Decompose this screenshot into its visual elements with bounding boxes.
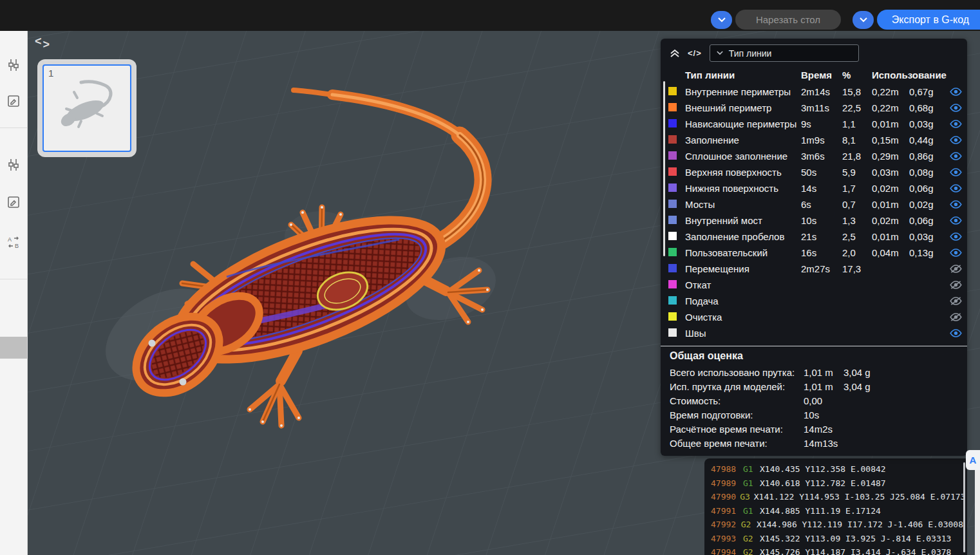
legend-separator bbox=[661, 346, 967, 346]
feature-weight: 0,03g bbox=[909, 231, 943, 242]
slice-plate-button[interactable]: Нарезать стол bbox=[735, 10, 841, 30]
estimate-row: Исп. прутка для моделей:1,01 m3,04 g bbox=[661, 379, 967, 393]
eye-icon[interactable] bbox=[950, 167, 962, 177]
legend-row: Внутренние периметры2m14s15,80,22m0,67g bbox=[661, 84, 967, 100]
gecko-eye bbox=[180, 379, 187, 386]
eye-icon[interactable] bbox=[950, 103, 962, 113]
eye-icon[interactable] bbox=[950, 87, 962, 97]
side-tab-handle[interactable]: A bbox=[966, 450, 980, 470]
feature-color-swatch bbox=[668, 199, 685, 210]
edit-notes-icon-bottom[interactable] bbox=[6, 195, 21, 209]
feature-length: 0,02m bbox=[872, 215, 909, 226]
eye-off-icon[interactable] bbox=[950, 264, 962, 274]
feature-color-swatch bbox=[668, 167, 685, 178]
eye-icon[interactable] bbox=[950, 151, 962, 161]
feature-time: 16s bbox=[801, 247, 842, 258]
chevron-down-icon bbox=[860, 17, 867, 23]
slice-options-dropdown[interactable] bbox=[711, 11, 732, 29]
gcode-scrollbar[interactable] bbox=[963, 462, 965, 552]
estimate-row: Стоимость:0,00 bbox=[661, 393, 967, 408]
legend-row: Внешний периметр3m11s22,50,22m0,68g bbox=[661, 100, 967, 116]
feature-color-swatch bbox=[668, 215, 685, 226]
estimate-value-2: 3,04 g bbox=[843, 367, 967, 378]
estimate-label: Исп. прутка для моделей: bbox=[670, 381, 804, 392]
eye-icon[interactable] bbox=[950, 216, 962, 225]
estimate-label: Общее время печати: bbox=[670, 438, 804, 449]
top-toolbar: Нарезать стол Экспорт в G-код bbox=[0, 0, 980, 31]
legend-header: </> Тип линии bbox=[661, 39, 967, 65]
feature-weight: 0,67g bbox=[909, 86, 943, 97]
eye-icon[interactable] bbox=[950, 232, 962, 241]
feature-length: 0,01m bbox=[872, 199, 909, 210]
plate-thumbnail[interactable]: 1 bbox=[37, 59, 137, 157]
sliders-icon-top[interactable] bbox=[6, 58, 21, 72]
gcode-command: G2 bbox=[743, 547, 756, 555]
gcode-line: 47988G1X140.435 Y112.358 E.00842 bbox=[711, 462, 963, 476]
legend-row: Заполнение пробелов21s2,50,01m0,03g bbox=[661, 229, 967, 245]
feature-length: 0,01m bbox=[872, 118, 909, 129]
feature-time: 21s bbox=[801, 231, 842, 242]
eye-icon[interactable] bbox=[950, 248, 962, 258]
view-type-dropdown[interactable]: Тип линии bbox=[710, 44, 859, 62]
estimate-row: Всего использовано прутка:1,01 m3,04 g bbox=[661, 365, 967, 379]
estimate-value: 1,01 m bbox=[804, 367, 843, 378]
gcode-line-number: 47994 bbox=[711, 547, 739, 555]
feature-color-swatch bbox=[668, 102, 685, 113]
gcode-line: 47994G2X145.726 Y114.187 I3.414 J-.634 E… bbox=[711, 545, 963, 555]
gcode-args: X144.885 Y111.19 E.17124 bbox=[760, 506, 881, 516]
eye-icon[interactable] bbox=[950, 119, 962, 129]
gcode-console[interactable]: 47988G1X140.435 Y112.358 E.0084247989G1X… bbox=[704, 458, 967, 555]
chevron-down-icon bbox=[717, 51, 723, 55]
feature-color-swatch bbox=[668, 118, 685, 129]
eye-off-icon[interactable] bbox=[950, 312, 962, 322]
gcode-line: 47993G2X145.322 Y113.09 I3.925 J-.814 E.… bbox=[711, 532, 963, 546]
feature-label: Нависающие периметры bbox=[685, 118, 801, 129]
feature-percent: 1,3 bbox=[842, 215, 872, 226]
feature-time: 9s bbox=[801, 118, 842, 129]
feature-percent: 22,5 bbox=[842, 102, 872, 113]
feature-percent: 0,7 bbox=[842, 199, 872, 210]
feature-time: 50s bbox=[801, 167, 842, 178]
estimate-value-2: 3,04 g bbox=[843, 381, 967, 392]
right-edge-scrollbar[interactable] bbox=[975, 470, 980, 555]
feature-percent: 21,8 bbox=[842, 151, 872, 162]
eye-icon[interactable] bbox=[950, 135, 962, 145]
edit-notes-icon-top[interactable] bbox=[6, 94, 21, 108]
feature-length: 0,29m bbox=[872, 151, 909, 162]
export-options-dropdown[interactable] bbox=[853, 11, 874, 29]
eye-icon[interactable] bbox=[950, 183, 962, 193]
estimate-row: Время подготовки:10s bbox=[661, 408, 967, 422]
strip-collapsed-section[interactable] bbox=[0, 337, 27, 359]
eye-icon[interactable] bbox=[950, 200, 962, 209]
estimate-value: 10s bbox=[804, 409, 843, 420]
sliders-icon-bottom[interactable] bbox=[6, 158, 21, 172]
chevron-down-icon bbox=[718, 17, 726, 23]
export-gcode-button[interactable]: Экспорт в G-код bbox=[877, 10, 980, 30]
feature-label: Сплошное заполнение bbox=[685, 151, 801, 162]
gcode-command: G2 bbox=[741, 520, 753, 529]
gcode-window-icon[interactable]: </> bbox=[688, 48, 702, 58]
feature-label: Откат bbox=[685, 279, 801, 290]
gcode-args: X144.986 Y112.119 I17.172 J-1.406 E.0300… bbox=[757, 520, 963, 529]
feature-length: 0,04m bbox=[872, 247, 909, 258]
collapse-legend-icon[interactable] bbox=[670, 49, 680, 58]
feature-weight: 0,44g bbox=[909, 135, 943, 146]
gcode-args: X140.435 Y112.358 E.00842 bbox=[760, 464, 886, 474]
gcode-command: G2 bbox=[743, 534, 756, 543]
eye-off-icon[interactable] bbox=[950, 280, 962, 290]
estimate-label: Время подготовки: bbox=[670, 409, 804, 420]
compare-ab-icon[interactable]: A B bbox=[6, 235, 21, 249]
feature-label: Внутренние периметры bbox=[685, 86, 801, 97]
feature-color-swatch bbox=[668, 183, 685, 194]
feature-weight: 0,02g bbox=[909, 199, 943, 210]
feature-label: Внешний периметр bbox=[685, 102, 801, 113]
feature-label: Очистка bbox=[685, 312, 801, 323]
estimate-row: Общее время печати:14m13s bbox=[661, 436, 967, 450]
eye-off-icon[interactable] bbox=[950, 296, 962, 306]
feature-percent: 1,7 bbox=[842, 183, 872, 194]
feature-label: Швы bbox=[685, 328, 801, 339]
feature-label: Заполнение bbox=[685, 135, 801, 146]
collapse-sidebar-icon[interactable]: <> bbox=[35, 35, 51, 48]
eye-icon[interactable] bbox=[950, 328, 962, 338]
legend-scrollbar[interactable] bbox=[663, 81, 665, 256]
